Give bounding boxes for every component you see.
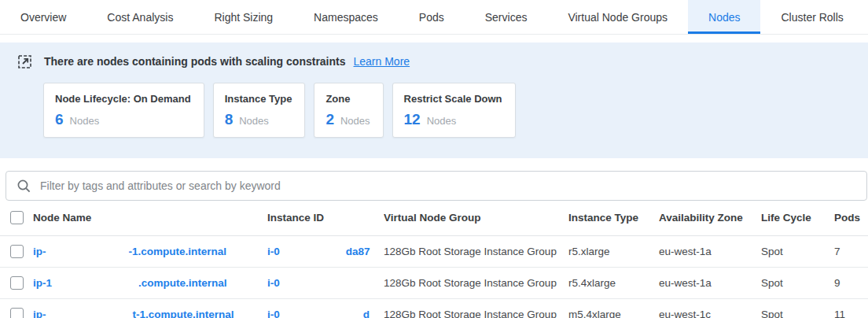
- card-title: Node Lifecycle: On Demand: [55, 93, 191, 105]
- instance-id-link-text[interactable]: i-0: [267, 277, 280, 289]
- select-all-checkbox[interactable]: [10, 211, 24, 224]
- scaling-alert-banner: There are nodes containing pods with sca…: [0, 43, 868, 158]
- table-header-row: Node NameInstance IDVirtual Node GroupIn…: [0, 201, 868, 235]
- node-name-link-text[interactable]: -1.compute.internal: [129, 246, 227, 257]
- alert-text: There are nodes containing pods with sca…: [44, 55, 346, 68]
- instance-id-link-text[interactable]: i-0: [267, 246, 280, 257]
- card-node-count: 6: [55, 111, 64, 128]
- instance-id-link-text[interactable]: d: [363, 309, 370, 318]
- column-header-virtual-node-group: Virtual Node Group: [384, 201, 568, 235]
- virtual-node-group-cell: 128Gb Root Storage Instance Group: [384, 267, 568, 298]
- alert-row: There are nodes containing pods with sca…: [17, 54, 852, 69]
- card-value-row: 12Nodes: [404, 111, 502, 128]
- node-name-link-text[interactable]: ip-: [33, 309, 46, 318]
- node-name-link-text[interactable]: t-1.compute.internal: [133, 309, 234, 318]
- instance-type-cell: r5.4xlarge: [568, 267, 659, 298]
- card-node-count: 12: [404, 111, 421, 128]
- card-value-row: 8Nodes: [225, 111, 292, 128]
- instance-type-cell: m5.4xlarge: [568, 298, 659, 318]
- card-unit-label: Nodes: [239, 115, 269, 127]
- node-name-cell: ip-t-1.compute.internal: [33, 298, 267, 318]
- table-row[interactable]: ip-1.compute.internali-0128Gb Root Stora…: [0, 267, 868, 298]
- instance-id-link-text[interactable]: i-0: [267, 309, 280, 318]
- column-header-pods: Pods: [834, 201, 868, 235]
- summary-card-node-lifecycle-on-demand[interactable]: Node Lifecycle: On Demand6Nodes: [43, 83, 204, 138]
- card-title: Instance Type: [225, 93, 292, 105]
- summary-card-instance-type[interactable]: Instance Type8Nodes: [213, 83, 306, 138]
- table-row[interactable]: ip-t-1.compute.internali-0d128Gb Root St…: [0, 298, 868, 318]
- node-name-cell: ip--1.compute.internal: [33, 235, 267, 267]
- column-header-instance-id: Instance ID: [267, 201, 384, 235]
- summary-card-restrict-scale-down[interactable]: Restrict Scale Down12Nodes: [392, 83, 516, 138]
- node-name-link-text[interactable]: .compute.internal: [138, 277, 227, 289]
- life-cycle-cell: Spot: [761, 267, 834, 298]
- tab-bar: OverviewCost AnalysisRight SizingNamespa…: [0, 0, 868, 35]
- instance-id-cell: i-0da87: [267, 235, 384, 267]
- availability-zone-cell: eu-west-1a: [659, 267, 761, 298]
- node-name-link-text[interactable]: ip-: [33, 246, 46, 257]
- tab-log[interactable]: Log: [864, 0, 868, 34]
- row-checkbox-cell: [0, 267, 33, 298]
- column-header-availability-zone: Availability Zone: [659, 201, 761, 235]
- row-checkbox[interactable]: [10, 308, 24, 318]
- node-name-link-text[interactable]: ip-1: [33, 277, 52, 289]
- card-node-count: 8: [225, 111, 234, 128]
- instance-type-cell: r5.xlarge: [568, 235, 659, 267]
- table-row[interactable]: ip--1.compute.internali-0da87128Gb Root …: [0, 235, 868, 267]
- life-cycle-cell: Spot: [761, 235, 834, 267]
- filter-search-bar[interactable]: [6, 171, 867, 201]
- redacted-text: [52, 286, 138, 287]
- tab-virtual-node-groups[interactable]: Virtual Node Groups: [547, 0, 688, 34]
- tab-right-sizing[interactable]: Right Sizing: [193, 0, 293, 34]
- card-value-row: 2Nodes: [326, 111, 370, 128]
- card-node-count: 2: [326, 111, 334, 128]
- search-input[interactable]: [40, 179, 856, 192]
- tab-nodes[interactable]: Nodes: [688, 0, 760, 34]
- pods-cell: 7: [834, 235, 868, 267]
- instance-id-link-text[interactable]: da87: [346, 246, 370, 257]
- pods-cell: 9: [834, 267, 868, 298]
- life-cycle-cell: Spot: [761, 298, 834, 318]
- pods-cell: 11: [834, 298, 868, 318]
- card-title: Zone: [326, 93, 370, 105]
- tab-services[interactable]: Services: [465, 0, 548, 34]
- instance-id-cell: i-0d: [267, 298, 384, 318]
- availability-zone-cell: eu-west-1c: [659, 298, 761, 318]
- card-value-row: 6Nodes: [55, 111, 191, 128]
- constraint-summary-cards: Node Lifecycle: On Demand6NodesInstance …: [43, 83, 852, 138]
- column-header-node-name: Node Name: [33, 201, 267, 235]
- tab-pods[interactable]: Pods: [399, 0, 465, 34]
- tab-overview[interactable]: Overview: [0, 0, 86, 34]
- header-checkbox-cell: [0, 201, 33, 235]
- search-icon: [17, 179, 31, 194]
- column-header-life-cycle: Life Cycle: [761, 201, 834, 235]
- row-checkbox-cell: [0, 235, 33, 267]
- availability-zone-cell: eu-west-1a: [659, 235, 761, 267]
- redacted-text: [46, 317, 133, 318]
- row-checkbox[interactable]: [10, 245, 24, 258]
- summary-card-zone[interactable]: Zone2Nodes: [314, 83, 383, 138]
- node-name-cell: ip-1.compute.internal: [33, 267, 267, 298]
- tab-cost-analysis[interactable]: Cost Analysis: [86, 0, 193, 34]
- redacted-text: [46, 254, 129, 255]
- card-title: Restrict Scale Down: [404, 93, 502, 105]
- tab-cluster-rolls[interactable]: Cluster Rolls: [760, 0, 863, 34]
- redacted-text: [280, 317, 363, 318]
- card-unit-label: Nodes: [340, 115, 370, 127]
- card-unit-label: Nodes: [427, 115, 457, 127]
- learn-more-link[interactable]: Learn More: [354, 55, 410, 68]
- virtual-node-group-cell: 128Gb Root Storage Instance Group: [384, 235, 568, 267]
- redacted-text: [280, 254, 346, 255]
- scale-out-icon: [17, 54, 33, 69]
- nodes-table: Node NameInstance IDVirtual Node GroupIn…: [0, 201, 868, 318]
- row-checkbox[interactable]: [10, 276, 24, 290]
- tab-namespaces[interactable]: Namespaces: [293, 0, 399, 34]
- row-checkbox-cell: [0, 298, 33, 318]
- card-unit-label: Nodes: [70, 115, 100, 127]
- virtual-node-group-cell: 128Gb Root Storage Instance Group: [384, 298, 568, 318]
- column-header-instance-type: Instance Type: [568, 201, 659, 235]
- instance-id-cell: i-0: [267, 267, 384, 298]
